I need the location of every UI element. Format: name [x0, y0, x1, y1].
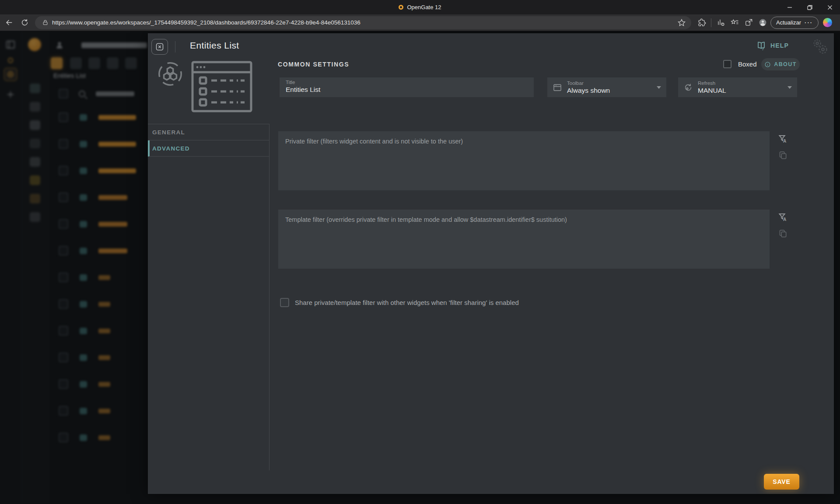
- private-filter-actions: A: [777, 133, 789, 161]
- share-filter-option[interactable]: Share private/template filter with other…: [280, 298, 519, 307]
- refresh-select-label: Refresh: [698, 80, 783, 86]
- refresh-select[interactable]: Refresh MANUAL: [678, 77, 797, 97]
- refresh-icon: [683, 83, 693, 92]
- template-filter-actions: A: [777, 211, 789, 239]
- settings-gears-icon[interactable]: [809, 37, 830, 58]
- copy-icon[interactable]: [777, 149, 788, 161]
- favorite-star-icon[interactable]: [677, 18, 686, 27]
- common-settings-fields: Title Toolbar Always shown: [148, 77, 834, 97]
- extensions-icon[interactable]: [696, 17, 708, 29]
- share-filter-checkbox[interactable]: [280, 298, 289, 307]
- widget-settings-dialog: Entities List ? HELP: [148, 33, 834, 494]
- save-button[interactable]: SAVE: [764, 474, 799, 490]
- reload-icon[interactable]: [18, 16, 32, 29]
- header-divider: [175, 41, 175, 52]
- browser-window: OpenGate 12 https://www.opengate.es/work…: [0, 0, 840, 504]
- boxed-option[interactable]: Boxed: [723, 60, 757, 68]
- close-dialog-button[interactable]: [151, 39, 168, 55]
- dialog-header: Entities List ? HELP: [148, 33, 834, 59]
- help-button[interactable]: ? HELP: [756, 40, 789, 51]
- url-text[interactable]: https://www.opengate.es/workspaces/_1754…: [52, 19, 677, 26]
- boxed-label: Boxed: [738, 60, 757, 68]
- title-field-label: Title: [286, 80, 528, 85]
- refresh-select-value: MANUAL: [698, 86, 783, 94]
- app-content: Entities List: [0, 31, 840, 504]
- common-settings-heading: COMMON SETTINGS: [278, 61, 349, 68]
- toolbar-select-value: Always shown: [567, 86, 652, 94]
- window-titlebar: OpenGate 12: [0, 0, 840, 14]
- about-label: ABOUT: [774, 61, 796, 67]
- copilot-icon[interactable]: [823, 18, 832, 27]
- chevron-down-icon[interactable]: [788, 86, 792, 89]
- tab-advanced[interactable]: ADVANCED: [148, 140, 269, 157]
- lock-icon: [42, 19, 49, 26]
- close-window-button[interactable]: [820, 0, 840, 14]
- title-field[interactable]: Title: [280, 77, 534, 97]
- opengate-favicon: [399, 5, 403, 10]
- restore-button[interactable]: [800, 0, 820, 14]
- chevron-down-icon[interactable]: [657, 86, 661, 89]
- svg-text:A: A: [783, 217, 786, 221]
- filter-builder-icon[interactable]: A: [777, 211, 788, 223]
- toolbar-select-label: Toolbar: [567, 80, 652, 86]
- settings-tabs: GENERAL ADVANCED: [148, 124, 269, 157]
- back-icon[interactable]: [2, 16, 16, 29]
- minimize-button[interactable]: [780, 0, 800, 14]
- browser-toolbar: https://www.opengate.es/workspaces/_1754…: [0, 14, 840, 31]
- window-title: OpenGate 12: [399, 4, 441, 10]
- toolbar-divider: [711, 18, 711, 27]
- copy-icon[interactable]: [777, 228, 788, 239]
- template-filter-textarea[interactable]: [278, 210, 770, 269]
- share-filter-label: Share private/template filter with other…: [295, 299, 519, 306]
- browser-essentials-icon[interactable]: [714, 17, 727, 29]
- title-input[interactable]: [286, 85, 528, 94]
- about-button[interactable]: ABOUT: [761, 58, 800, 70]
- actualizar-label: Actualizar: [776, 19, 801, 26]
- filter-builder-icon[interactable]: A: [777, 133, 788, 144]
- help-book-icon: ?: [756, 40, 766, 51]
- private-filter-textarea[interactable]: [278, 131, 770, 190]
- svg-text:?: ?: [762, 47, 764, 51]
- dialog-title: Entities List: [190, 40, 239, 51]
- svg-text:A: A: [783, 138, 786, 143]
- favorites-icon[interactable]: [728, 17, 741, 29]
- share-icon[interactable]: [742, 17, 755, 29]
- toolbar-select[interactable]: Toolbar Always shown: [547, 77, 666, 97]
- window-title-text: OpenGate 12: [407, 4, 441, 10]
- profile-avatar[interactable]: [756, 17, 769, 29]
- content-divider: [269, 124, 270, 470]
- info-icon: [764, 61, 771, 68]
- toolbar-icon: [553, 83, 562, 92]
- actualizar-button[interactable]: Actualizar ···: [770, 17, 819, 29]
- address-bar[interactable]: https://www.opengate.es/workspaces/_1754…: [35, 16, 691, 29]
- tab-general[interactable]: GENERAL: [148, 124, 269, 140]
- help-label: HELP: [770, 42, 789, 49]
- boxed-checkbox[interactable]: [723, 60, 732, 68]
